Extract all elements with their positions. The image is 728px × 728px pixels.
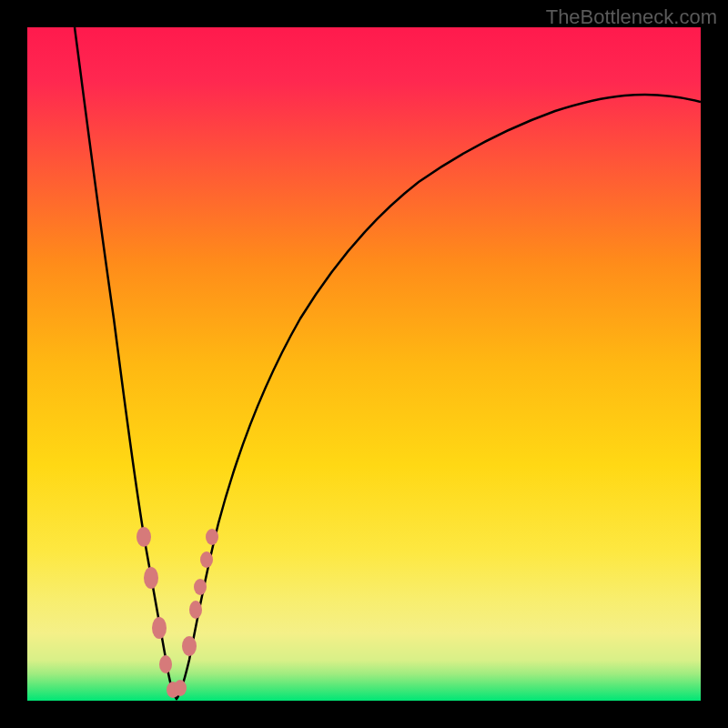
marker-point: [174, 680, 187, 696]
marker-point: [200, 551, 213, 568]
chart-frame: TheBottleneck.com: [0, 0, 728, 728]
marker-points: [136, 527, 218, 698]
marker-point: [144, 567, 158, 589]
marker-point: [206, 529, 218, 545]
marker-point: [136, 527, 151, 547]
plot-area: [27, 27, 701, 701]
bottleneck-curve-svg: [27, 27, 701, 701]
marker-point: [182, 636, 197, 656]
marker-point: [189, 601, 202, 619]
watermark-text: TheBottleneck.com: [546, 5, 717, 29]
bottleneck-curve-path: [75, 27, 701, 699]
marker-point: [194, 579, 207, 595]
marker-point: [152, 617, 167, 639]
marker-point: [159, 655, 172, 673]
